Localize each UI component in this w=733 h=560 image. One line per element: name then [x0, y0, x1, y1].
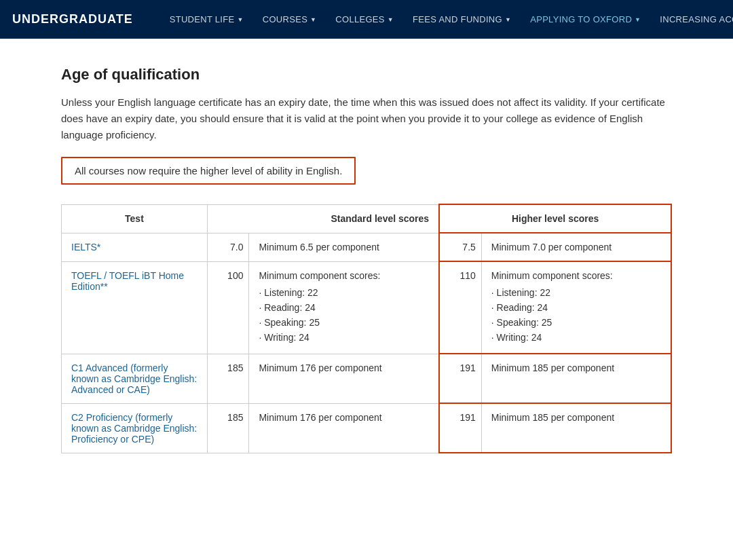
table-row: IELTS*7.0Minimum 6.5 per component7.5Min…: [62, 233, 672, 261]
page-title: Age of qualification: [61, 66, 672, 83]
cell-higher-score: 110: [439, 261, 481, 354]
nav-items: STUDENT LIFE▼COURSES▼COLLEGES▼FEES AND F…: [160, 0, 733, 39]
sub-list-item: Reading: 24: [259, 300, 429, 315]
nav-brand-arrow: [148, 0, 160, 38]
sub-list-item: Writing: 24: [491, 330, 661, 345]
cell-higher-detail: Minimum 7.0 per component: [481, 233, 671, 261]
sub-list-item: Listening: 22: [491, 285, 661, 300]
cell-higher-score: 191: [439, 403, 481, 453]
cell-higher-detail: Minimum 185 per component: [481, 403, 671, 453]
test-link[interactable]: C2 Proficiency (formerly known as Cambri…: [71, 412, 197, 445]
highlight-notice: All courses now require the higher level…: [61, 157, 356, 185]
cell-test: TOEFL / TOEFL iBT Home Edition**: [62, 261, 208, 354]
cell-standard-score: 185: [207, 354, 249, 403]
sub-list-item: Listening: 22: [259, 285, 429, 300]
cell-test: C2 Proficiency (formerly known as Cambri…: [62, 403, 208, 453]
page-content: Age of qualification Unless your English…: [41, 39, 692, 481]
cell-standard-detail: Minimum 176 per component: [249, 403, 439, 453]
cell-test: C1 Advanced (formerly known as Cambridge…: [62, 354, 208, 403]
cell-standard-detail: Minimum 176 per component: [249, 354, 439, 403]
cell-higher-detail: Minimum 185 per component: [481, 354, 671, 403]
sub-list-item: Speaking: 25: [259, 315, 429, 330]
sub-list-item: Reading: 24: [491, 300, 661, 315]
sub-list-item: Speaking: 25: [491, 315, 661, 330]
test-link[interactable]: C1 Advanced (formerly known as Cambridge…: [71, 362, 197, 395]
cell-standard-detail: Minimum 6.5 per component: [249, 233, 439, 261]
table-row: C2 Proficiency (formerly known as Cambri…: [62, 403, 672, 453]
col-header-standard: Standard level scores: [207, 204, 439, 233]
sub-list-item: Writing: 24: [259, 330, 429, 345]
cell-higher-score: 191: [439, 354, 481, 403]
col-header-higher: Higher level scores: [439, 204, 671, 233]
cell-standard-score: 185: [207, 403, 249, 453]
table-row: TOEFL / TOEFL iBT Home Edition**100Minim…: [62, 261, 672, 354]
cell-test: IELTS*: [62, 233, 208, 261]
test-link[interactable]: IELTS*: [71, 242, 100, 253]
table-row: C1 Advanced (formerly known as Cambridge…: [62, 354, 672, 403]
cell-higher-detail: Minimum component scores:Listening: 22Re…: [481, 261, 671, 354]
cell-standard-score: 7.0: [207, 233, 249, 261]
col-header-test: Test: [62, 204, 208, 233]
intro-paragraph: Unless your English language certificate…: [61, 94, 672, 143]
cell-standard-score: 100: [207, 261, 249, 354]
scores-table: Test Standard level scores Higher level …: [61, 204, 672, 453]
test-link[interactable]: TOEFL / TOEFL iBT Home Edition**: [71, 270, 184, 292]
main-nav: UNDERGRADUATE STUDENT LIFE▼COURSES▼COLLE…: [0, 0, 733, 39]
nav-brand: UNDERGRADUATE: [0, 0, 145, 39]
cell-higher-score: 7.5: [439, 233, 481, 261]
cell-standard-detail: Minimum component scores:Listening: 22Re…: [249, 261, 439, 354]
